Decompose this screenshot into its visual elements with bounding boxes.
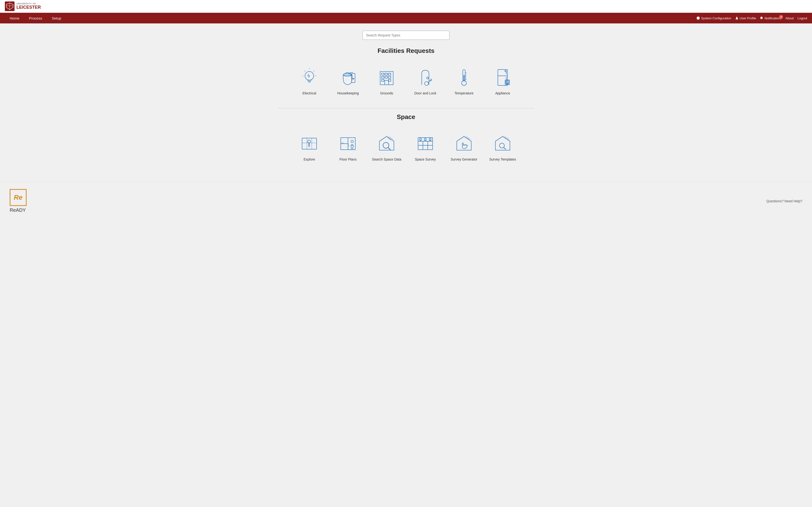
space-survey-label: Space Survey <box>415 157 436 161</box>
temperature-icon <box>453 67 475 89</box>
user-profile-label: User Profile <box>740 16 756 20</box>
university-shield <box>5 1 14 11</box>
facilities-housekeeping[interactable]: Housekeeping <box>330 62 366 99</box>
nav-process[interactable]: Process <box>24 13 47 23</box>
svg-line-75 <box>457 136 464 141</box>
search-input[interactable] <box>362 31 450 40</box>
electrical-label: Electrical <box>303 91 316 95</box>
grounds-icon <box>376 67 398 89</box>
space-floor-plans[interactable]: Floor Plans <box>330 128 366 165</box>
svg-point-72 <box>429 138 431 140</box>
facilities-door-lock[interactable]: Door and Lock <box>407 62 444 99</box>
svg-line-7 <box>313 71 314 71</box>
survey-generator-icon <box>453 133 475 155</box>
nav-setup[interactable]: Setup <box>47 13 66 23</box>
svg-line-61 <box>389 137 393 139</box>
ready-brand-name: ReADY <box>10 207 26 213</box>
survey-generator-label: Survey Generator <box>451 157 477 161</box>
svg-line-74 <box>464 136 471 141</box>
svg-line-28 <box>431 80 432 80</box>
facilities-appliance[interactable]: Appliance <box>485 62 521 99</box>
facilities-grounds[interactable]: Grounds <box>368 62 405 99</box>
facilities-electrical[interactable]: Electrical <box>291 62 327 99</box>
svg-rect-65 <box>418 137 433 150</box>
svg-line-29 <box>430 80 431 81</box>
survey-templates[interactable]: Survey Templates <box>485 128 521 165</box>
svg-point-71 <box>424 138 426 140</box>
space-grid: Explore Floor Plans <box>278 128 534 165</box>
nav-logout[interactable]: Logout <box>798 16 807 20</box>
svg-line-60 <box>388 137 392 140</box>
svg-line-64 <box>388 148 391 150</box>
housekeeping-label: Housekeeping <box>337 91 359 95</box>
ready-logo-box: Re <box>10 189 27 206</box>
svg-rect-20 <box>388 76 391 78</box>
svg-line-79 <box>503 136 510 141</box>
facilities-title: Facilities Requests <box>278 47 534 55</box>
gear-icon <box>697 16 700 20</box>
search-space-data-icon <box>376 133 398 155</box>
survey-templates-label: Survey Templates <box>489 157 516 161</box>
system-config-label: System Configuration <box>701 16 731 20</box>
svg-rect-16 <box>385 73 388 75</box>
svg-line-58 <box>387 136 394 141</box>
nav-home[interactable]: Home <box>5 13 24 23</box>
svg-line-59 <box>379 136 387 141</box>
svg-point-42 <box>505 70 506 72</box>
svg-point-13 <box>353 78 354 79</box>
facilities-temperature[interactable]: Temperature <box>446 62 482 99</box>
door-lock-icon <box>414 67 436 89</box>
user-icon <box>735 16 739 20</box>
space-survey[interactable]: Space Survey <box>407 128 444 165</box>
survey-generator[interactable]: Survey Generator <box>446 128 482 165</box>
temperature-label: Temperature <box>455 91 474 95</box>
svg-point-63 <box>383 143 389 148</box>
svg-rect-23 <box>385 80 389 85</box>
nav-right: System Configuration User Profile 3 Noti… <box>697 16 807 20</box>
nav-left: Home Process Setup <box>5 13 697 23</box>
explore-icon <box>298 133 320 155</box>
explore-label: Explore <box>304 157 315 161</box>
svg-point-51 <box>308 140 311 143</box>
nav-notifications[interactable]: 3 Notifications <box>760 16 781 20</box>
svg-point-4 <box>736 17 737 18</box>
svg-rect-21 <box>382 79 384 81</box>
space-search-space-data[interactable]: Search Space Data <box>368 128 405 165</box>
leicester-label: LEICESTER <box>16 5 41 10</box>
footer-help-text[interactable]: Questions? Need Help? <box>766 199 802 203</box>
logo-text: UNIVERSITY OF LEICESTER <box>16 3 41 10</box>
ready-logo: Re ReADY <box>10 189 27 213</box>
appliance-icon <box>492 67 514 89</box>
svg-point-56 <box>351 145 353 148</box>
floor-plans-label: Floor Plans <box>340 157 357 161</box>
svg-line-27 <box>428 79 432 82</box>
search-space-data-label: Search Space Data <box>372 157 401 161</box>
logout-label: Logout <box>798 16 807 20</box>
about-label: About <box>785 16 794 20</box>
facilities-grid: Electrical Housekeeping <box>278 62 534 99</box>
space-title: Space <box>278 113 534 121</box>
top-bar: UNIVERSITY OF LEICESTER <box>0 0 812 13</box>
housekeeping-icon <box>337 67 359 89</box>
floor-plans-icon <box>337 133 359 155</box>
svg-line-9 <box>305 71 305 71</box>
svg-rect-15 <box>382 73 384 75</box>
svg-point-25 <box>426 77 428 79</box>
search-wrapper <box>278 31 534 40</box>
nav-system-config[interactable]: System Configuration <box>697 16 731 20</box>
appliance-label: Appliance <box>495 91 510 95</box>
svg-rect-18 <box>382 76 384 78</box>
bell-icon <box>760 16 763 20</box>
logo-area: UNIVERSITY OF LEICESTER <box>5 1 41 11</box>
nav-about[interactable]: About <box>785 16 794 20</box>
main-content: Facilities Requests Electrical <box>273 23 539 181</box>
survey-templates-icon <box>492 133 514 155</box>
svg-point-46 <box>507 83 508 84</box>
space-explore[interactable]: Explore <box>291 128 327 165</box>
door-lock-label: Door and Lock <box>414 91 436 95</box>
svg-line-80 <box>495 136 503 141</box>
footer: Re ReADY Questions? Need Help? <box>0 181 812 220</box>
nav-user-profile[interactable]: User Profile <box>735 16 756 20</box>
electrical-icon <box>298 67 320 89</box>
svg-point-55 <box>351 140 353 143</box>
